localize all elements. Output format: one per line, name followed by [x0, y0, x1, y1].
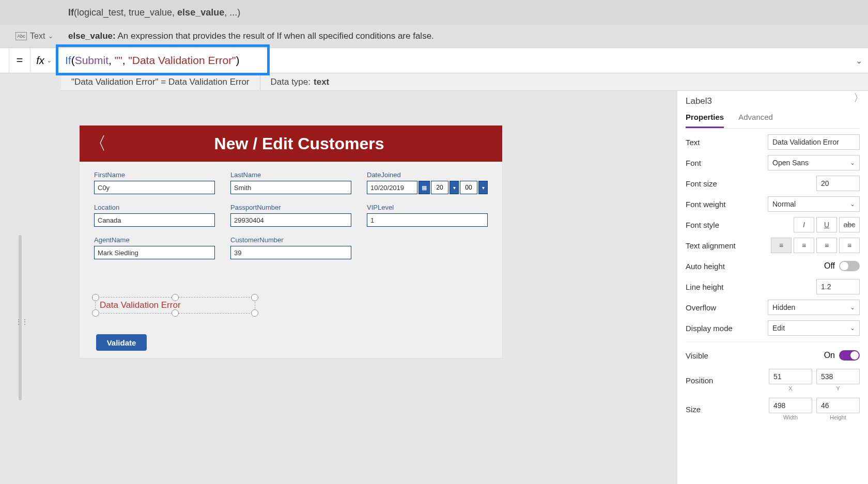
resize-handle[interactable] — [92, 294, 99, 301]
strikethrough-button[interactable]: abc — [839, 217, 860, 232]
prop-label: Text — [686, 138, 700, 147]
position-y-input[interactable] — [816, 369, 860, 384]
autoheight-toggle[interactable]: Off — [824, 261, 860, 271]
field-agentname: AgentName — [94, 236, 215, 259]
signature-text: If(logical_test, true_value, else_value,… — [0, 7, 240, 18]
field-location: Location — [94, 204, 215, 227]
position-x-input[interactable] — [769, 369, 812, 384]
equals-sign: = — [9, 54, 30, 67]
prop-label: Auto height — [686, 262, 725, 271]
sig-args2: , ...) — [224, 7, 240, 18]
prop-fontsize-input[interactable] — [816, 176, 860, 191]
formula-input[interactable]: If(Submit, "", "Data Validation Error") — [58, 54, 849, 67]
resize-handle[interactable] — [172, 294, 179, 301]
visible-toggle[interactable]: On — [824, 350, 860, 361]
size-height-input[interactable] — [816, 398, 860, 413]
field-lastname: LastName — [230, 171, 351, 194]
prop-overflow-select[interactable]: Hidden ⌄ — [768, 300, 860, 315]
sig-fn: If — [68, 7, 74, 18]
prop-displaymode: Display mode Edit ⌄ — [686, 318, 860, 338]
validate-button[interactable]: Validate — [96, 334, 147, 351]
eval-expression: "Data Validation Error" = Data Validatio… — [61, 73, 260, 90]
prop-position: Position X Y — [686, 366, 860, 395]
form-grid: FirstName LastName DateJoined ▦ 20 ▾ 00 … — [80, 162, 502, 269]
minute-select[interactable]: 00 — [460, 181, 477, 194]
prop-overflow: Overflow Hidden ⌄ — [686, 297, 860, 318]
prop-value: Open Sans — [772, 159, 809, 167]
align-justify-button[interactable]: ≡ — [839, 238, 860, 253]
tok-str1: "" — [115, 54, 122, 66]
tok-c2: , — [122, 54, 129, 66]
tok-c1: , — [109, 54, 115, 66]
input-passport[interactable] — [230, 213, 351, 227]
help-text: else_value: An expression that provides … — [0, 31, 434, 41]
field-viplevel: VIPLevel — [367, 204, 488, 227]
eval-datatype: Data type: text — [260, 73, 340, 90]
panel-drag-handle[interactable]: ⋮⋮ — [15, 318, 27, 326]
align-center-button[interactable]: ≡ — [794, 238, 814, 253]
tab-properties[interactable]: Properties — [686, 110, 724, 128]
format-label: Text — [30, 32, 45, 41]
prop-value: Edit — [772, 324, 785, 332]
align-left-button[interactable]: ≡ — [771, 238, 792, 253]
input-lastname[interactable] — [230, 181, 351, 194]
resize-handle[interactable] — [251, 309, 258, 317]
back-arrow-icon[interactable]: 〈 — [89, 132, 105, 155]
toggle-label: On — [824, 351, 835, 360]
prop-fontweight-select[interactable]: Normal ⌄ — [768, 196, 860, 212]
size-width-input[interactable] — [769, 398, 812, 413]
field-customernumber: CustomerNumber — [230, 236, 351, 259]
prop-text: Text — [686, 132, 860, 152]
input-viplevel[interactable] — [367, 213, 488, 227]
prop-font-select[interactable]: Open Sans ⌄ — [768, 155, 860, 170]
format-text-selector[interactable]: Abc Text ⌄ — [16, 25, 53, 48]
resize-handle[interactable] — [251, 294, 258, 301]
chevron-down-icon[interactable]: ▾ — [478, 181, 488, 194]
prop-size: Size Width Height — [686, 395, 860, 424]
selected-label-control[interactable]: Data Validation Error — [95, 297, 255, 314]
app-title: New / Edit Customers — [105, 134, 493, 153]
prop-displaymode-select[interactable]: Edit ⌄ — [768, 320, 860, 336]
underline-button[interactable]: U — [816, 217, 837, 232]
chevron-down-icon: ⌄ — [47, 57, 52, 64]
align-right-button[interactable]: ≡ — [816, 238, 837, 253]
param-help-bar: else_value: An expression that provides … — [0, 25, 868, 48]
input-firstname[interactable] — [94, 181, 215, 194]
divider — [686, 341, 860, 342]
input-datejoined[interactable] — [367, 181, 417, 194]
prop-text-input[interactable] — [768, 134, 860, 150]
prop-lineheight-input[interactable] — [816, 279, 860, 294]
resize-handle[interactable] — [172, 309, 179, 317]
prop-label: Font size — [686, 179, 717, 188]
abc-icon: Abc — [16, 32, 27, 40]
hour-select[interactable]: 20 — [431, 181, 448, 194]
expand-formula-bar[interactable]: ⌄ — [849, 56, 868, 66]
italic-button[interactable]: I — [794, 217, 814, 232]
property-list: Text Font Open Sans ⌄ Font size Font wei… — [677, 129, 868, 427]
resize-handle[interactable] — [92, 309, 99, 317]
input-customernumber[interactable] — [230, 246, 351, 259]
fx-button[interactable]: fx ⌄ — [30, 48, 58, 73]
chevron-down-icon: ⌄ — [850, 324, 855, 332]
label-datejoined: DateJoined — [367, 171, 488, 179]
chevron-down-icon: ⌄ — [850, 159, 855, 166]
tab-advanced[interactable]: Advanced — [738, 110, 773, 128]
property-selector-stub[interactable] — [0, 48, 9, 73]
prop-visible: Visible On — [686, 345, 860, 366]
fontstyle-buttons: I U abc — [794, 217, 860, 232]
chevron-down-icon: ⌄ — [850, 304, 855, 311]
prop-label: Font weight — [686, 200, 726, 209]
calendar-icon[interactable]: ▦ — [419, 181, 430, 194]
prop-label: Overflow — [686, 303, 716, 312]
label-agentname: AgentName — [94, 236, 215, 244]
chevron-down-icon[interactable]: ▾ — [450, 181, 459, 194]
canvas-area[interactable]: ⋮⋮ 〈 New / Edit Customers FirstName Last… — [12, 96, 555, 478]
tok-var: Submit — [75, 54, 109, 66]
field-passport: PassportNumber — [230, 204, 351, 227]
panel-collapse-arrow-icon[interactable]: 〉 — [854, 91, 864, 105]
input-agentname[interactable] — [94, 246, 215, 259]
toggle-label: Off — [824, 261, 835, 271]
prop-textalign: Text alignment ≡ ≡ ≡ ≡ — [686, 235, 860, 256]
prop-label: Text alignment — [686, 241, 736, 250]
input-location[interactable] — [94, 213, 215, 227]
